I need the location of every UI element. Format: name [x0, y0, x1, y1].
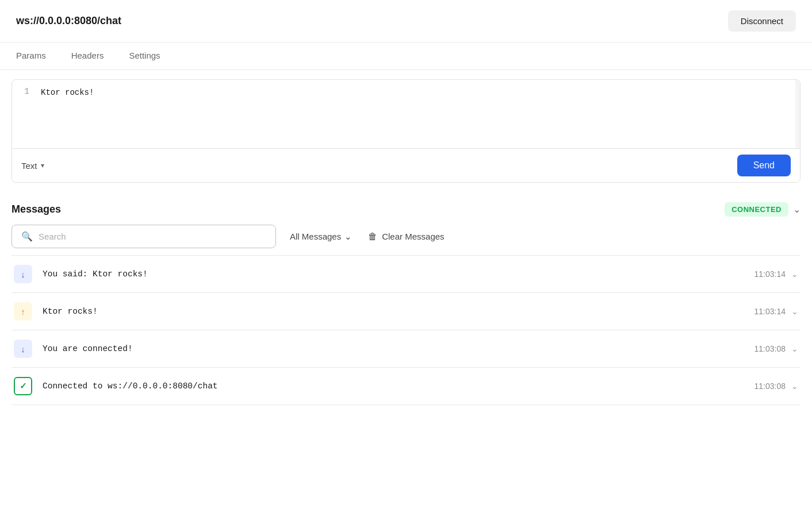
status-chevron-icon[interactable]: ⌄ — [793, 204, 800, 215]
all-messages-dropdown[interactable]: All Messages ⌄ — [288, 227, 354, 246]
editor-toolbar: Text ▾ Send — [12, 149, 800, 182]
message-row[interactable]: ↓You said: Ktor rocks!11:03:14⌄ — [12, 256, 800, 293]
message-time: 11:03:14 — [754, 307, 786, 316]
tab-settings[interactable]: Settings — [129, 43, 171, 70]
message-row[interactable]: ✓Connected to ws://0.0.0.0:8080/chat11:0… — [12, 368, 800, 405]
message-icon: ✓ — [14, 377, 32, 395]
line-number: 1 — [12, 80, 35, 148]
editor-content: 1 Ktor rocks! — [12, 80, 800, 149]
nav-tabs: Params Headers Settings — [0, 43, 812, 70]
message-text: You are connected! — [43, 344, 754, 353]
message-icon: ↑ — [14, 302, 32, 321]
text-type-label: Text — [21, 161, 37, 171]
tab-headers[interactable]: Headers — [71, 43, 116, 70]
message-input[interactable]: Ktor rocks! — [35, 80, 795, 148]
search-input[interactable] — [39, 232, 266, 241]
message-time: 11:03:14 — [754, 269, 786, 279]
message-time: 11:03:08 — [754, 382, 786, 391]
messages-title: Messages — [12, 203, 61, 215]
tab-params[interactable]: Params — [16, 43, 58, 70]
message-expand-icon[interactable]: ⌄ — [791, 307, 798, 316]
message-text: Connected to ws://0.0.0.0:8080/chat — [43, 382, 754, 391]
search-box: 🔍 — [12, 225, 276, 248]
trash-icon: 🗑 — [368, 232, 377, 242]
message-icon: ↓ — [14, 265, 32, 283]
connection-status-area: CONNECTED ⌄ — [725, 202, 800, 217]
header: ws://0.0.0.0:8080/chat Disconnect — [0, 0, 812, 43]
message-row[interactable]: ↑Ktor rocks!11:03:14⌄ — [12, 293, 800, 330]
message-row[interactable]: ↓You are connected!11:03:08⌄ — [12, 330, 800, 368]
message-text: Ktor rocks! — [43, 307, 754, 316]
all-messages-label: All Messages — [290, 232, 341, 241]
message-time: 11:03:08 — [754, 344, 786, 353]
search-icon: 🔍 — [21, 231, 33, 242]
message-text: You said: Ktor rocks! — [43, 269, 754, 279]
message-expand-icon[interactable]: ⌄ — [791, 344, 798, 353]
message-list: ↓You said: Ktor rocks!11:03:14⌄↑Ktor roc… — [12, 255, 800, 405]
message-icon: ↓ — [14, 340, 32, 358]
editor-scrollbar[interactable] — [795, 80, 800, 148]
text-type-dropdown[interactable]: Text ▾ — [21, 161, 44, 171]
clear-messages-button[interactable]: 🗑 Clear Messages — [366, 227, 446, 246]
disconnect-button[interactable]: Disconnect — [728, 10, 796, 32]
websocket-url: ws://0.0.0.0:8080/chat — [16, 15, 121, 27]
chevron-down-icon: ▾ — [41, 161, 44, 169]
clear-messages-label: Clear Messages — [382, 232, 444, 241]
messages-header: Messages CONNECTED ⌄ — [12, 192, 800, 225]
all-messages-chevron-icon: ⌄ — [344, 232, 352, 242]
message-editor: 1 Ktor rocks! Text ▾ Send — [12, 79, 800, 183]
connected-badge: CONNECTED — [725, 202, 788, 217]
message-expand-icon[interactable]: ⌄ — [791, 382, 798, 391]
send-button[interactable]: Send — [737, 155, 791, 176]
filter-bar: 🔍 All Messages ⌄ 🗑 Clear Messages — [12, 225, 800, 248]
message-expand-icon[interactable]: ⌄ — [791, 269, 798, 279]
messages-section: Messages CONNECTED ⌄ 🔍 All Messages ⌄ 🗑 … — [12, 192, 800, 405]
